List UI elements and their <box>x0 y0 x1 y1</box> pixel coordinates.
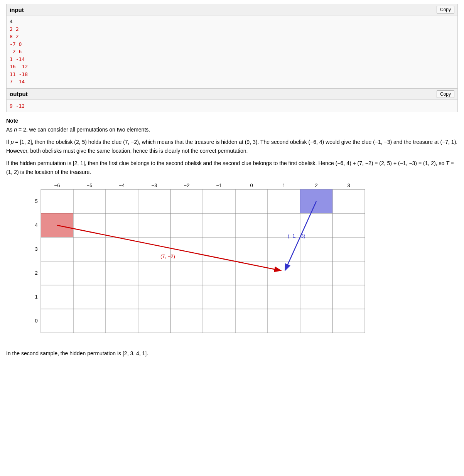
svg-text:3: 3 <box>35 246 37 252</box>
svg-text:−3: −3 <box>152 182 157 188</box>
input-line-3: 8 2 <box>10 34 19 39</box>
input-copy-button[interactable]: Copy <box>437 6 454 14</box>
output-content: 9 -12 <box>7 100 457 112</box>
red-arrow <box>57 225 280 270</box>
svg-text:1: 1 <box>282 182 285 188</box>
note-title: Note <box>6 118 458 124</box>
input-line-5: -2 6 <box>10 49 22 54</box>
input-line-6: 1 -14 <box>10 56 25 62</box>
output-block: output Copy 9 -12 <box>6 88 458 113</box>
input-line-8: 11 -18 <box>10 71 28 77</box>
svg-text:2: 2 <box>315 182 317 188</box>
svg-text:−2: −2 <box>184 182 190 188</box>
red-arrow-label: (7, −2) <box>160 253 175 259</box>
input-line-9: 7 -14 <box>10 79 25 84</box>
svg-text:0: 0 <box>35 318 37 324</box>
svg-text:3: 3 <box>347 182 350 188</box>
note-para-1: As n = 2, we can consider all permutatio… <box>6 125 458 134</box>
svg-text:5: 5 <box>35 198 37 204</box>
input-line-2: 2 2 <box>10 26 19 32</box>
svg-text:−4: −4 <box>119 182 125 188</box>
chart-container: −6 −5 −4 −3 −2 −1 0 1 2 3 5 4 3 2 1 0 <box>6 182 376 344</box>
blue-arrow-label: (−1, −3) <box>288 233 305 239</box>
input-title: input <box>10 7 24 13</box>
note-para-2: If p = [1, 2], then the obelisk (2, 5) h… <box>6 138 458 155</box>
output-title: output <box>10 91 28 97</box>
input-block: input Copy 4 2 2 8 2 -7 0 -2 6 1 -14 16 … <box>6 4 458 88</box>
input-line-7: 16 -12 <box>10 64 28 69</box>
input-header: input Copy <box>7 4 457 15</box>
svg-text:4: 4 <box>35 222 37 228</box>
svg-text:−1: −1 <box>216 182 222 188</box>
output-header: output Copy <box>7 89 457 100</box>
note-section: Note As n = 2, we can consider all permu… <box>6 118 458 358</box>
input-line-4: -7 0 <box>10 41 22 47</box>
output-copy-button[interactable]: Copy <box>437 90 454 98</box>
svg-text:−5: −5 <box>87 182 93 188</box>
input-content: 4 2 2 8 2 -7 0 -2 6 1 -14 16 -12 11 -18 … <box>7 15 457 88</box>
input-line-1: 4 <box>10 19 13 24</box>
bottom-note: In the second sample, the hidden permuta… <box>6 349 458 358</box>
coordinate-chart: −6 −5 −4 −3 −2 −1 0 1 2 3 5 4 3 2 1 0 <box>6 182 376 344</box>
svg-text:−6: −6 <box>54 182 60 188</box>
output-line-1: 9 -12 <box>10 103 25 109</box>
note-para-3: If the hidden permutation is [2, 1], the… <box>6 159 458 176</box>
svg-text:0: 0 <box>250 182 253 188</box>
svg-text:1: 1 <box>35 294 37 300</box>
svg-text:2: 2 <box>35 270 37 276</box>
